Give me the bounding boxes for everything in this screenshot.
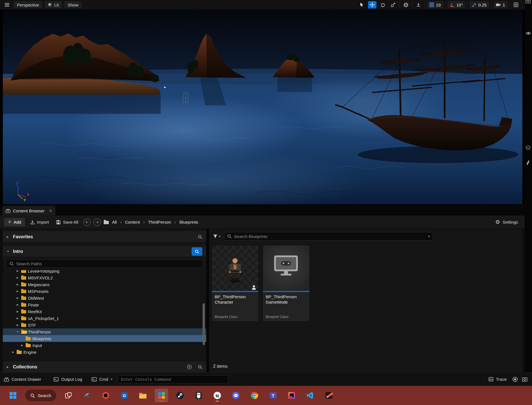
breadcrumb-content[interactable]: Content [125, 220, 141, 224]
expand-arrow-icon[interactable]: ▶ [16, 276, 19, 279]
tree-item-mspresets[interactable]: ▶ MSPresets [3, 288, 206, 295]
expand-arrow-icon[interactable]: ▶ [16, 283, 19, 286]
add-collection-icon[interactable] [187, 364, 192, 370]
tree-scrollbar[interactable] [203, 303, 205, 345]
insights-button[interactable] [512, 377, 518, 382]
grid-snap-control[interactable]: 10 [427, 1, 443, 8]
rotation-snap-control[interactable]: 10° [447, 1, 466, 8]
expand-arrow-icon[interactable]: ▶ [20, 344, 24, 347]
settings-button[interactable]: ⚙ Settings [495, 219, 521, 225]
scale-snap-control[interactable]: 0.25 [469, 1, 489, 8]
add-button[interactable]: + Add [4, 218, 25, 226]
favorites-search-icon[interactable] [198, 235, 202, 239]
discord-icon[interactable] [229, 389, 243, 402]
expand-arrow-icon[interactable]: ▶ [16, 290, 19, 293]
teams-icon[interactable]: T [266, 389, 280, 402]
tree-item-blueprints[interactable]: Blueprints [3, 335, 206, 342]
tree-item-megascans[interactable]: ▶ Megascans [3, 281, 206, 288]
favorites-header[interactable]: ▶ Favorites [3, 231, 206, 242]
outlook-icon[interactable]: O [118, 389, 131, 402]
expand-arrow-icon[interactable]: ▶ [16, 270, 19, 272]
collections-header[interactable]: ▶ Collections [3, 361, 206, 372]
console-command-input[interactable] [121, 377, 225, 382]
back-button[interactable] [83, 219, 91, 226]
chrome-icon[interactable] [248, 389, 261, 402]
collapse-arrow-icon[interactable]: ▼ [16, 330, 19, 333]
expand-arrow-icon[interactable]: ▶ [7, 235, 10, 238]
viewport-layout-button[interactable] [512, 1, 520, 8]
expand-arrow-icon[interactable]: ▶ [16, 303, 19, 306]
asset-bp-thirdpersongamemode[interactable]: BP_ThirdPerson GameMode Blueprint Class [263, 245, 309, 321]
move-tool-button[interactable] [368, 1, 376, 8]
save-all-button[interactable]: Save All [54, 218, 80, 226]
path-folder-icon[interactable] [104, 221, 109, 224]
jetbrains-icon[interactable] [285, 389, 298, 402]
scale-tool-button[interactable] [389, 1, 397, 8]
vscode-icon[interactable] [303, 389, 317, 402]
breadcrumb-all[interactable]: All [112, 220, 118, 224]
dolphin-app-icon[interactable] [80, 389, 94, 402]
trace-button[interactable]: Trace [489, 377, 507, 382]
cmd-selector-button[interactable]: Cmd ▾ [92, 377, 112, 382]
viewport-options-button[interactable] [3, 1, 11, 8]
taskbar-search[interactable]: Search [25, 389, 57, 402]
expand-arrow-icon[interactable]: ▶ [16, 324, 19, 326]
tree-item-pirate[interactable]: ▶ Pirate [3, 301, 206, 308]
grid-panel-icon[interactable] [526, 0, 531, 3]
tree-item-thirdperson[interactable]: ▼ ThirdPerson [3, 328, 206, 335]
select-tool-button[interactable] [358, 1, 366, 8]
steam-icon[interactable] [173, 389, 187, 402]
path-search-toggle-button[interactable] [192, 247, 202, 256]
asset-bp-thirdpersoncharacter[interactable]: BP_ThirdPerson Character Blueprint Class [212, 245, 258, 321]
epic-games-icon[interactable]: EPIC [192, 389, 205, 402]
expand-arrow-icon[interactable]: ▶ [16, 317, 19, 320]
expand-arrow-icon[interactable]: ▶ [16, 310, 19, 313]
show-menu-button[interactable]: Show [64, 1, 82, 8]
expand-arrow-icon[interactable]: ▶ [11, 351, 15, 353]
file-explorer-icon[interactable] [136, 389, 150, 402]
layers-panel-icon[interactable] [526, 145, 531, 150]
project-header[interactable]: ▼ Intro [3, 246, 206, 257]
camera-speed-control[interactable]: 1 [493, 1, 507, 8]
collapse-arrow-icon[interactable]: ▼ [7, 250, 10, 253]
eye-icon[interactable] [526, 31, 531, 35]
search-paths-input[interactable] [16, 261, 200, 266]
task-view-button[interactable] [62, 389, 75, 402]
content-browser-tab[interactable]: Content Browser × [2, 206, 56, 215]
tree-item-oldwest[interactable]: ▶ OldWest [3, 295, 206, 301]
rotate-tool-button[interactable] [378, 1, 387, 8]
brush-icon[interactable] [526, 160, 530, 165]
tree-item-levelprototyping[interactable]: ▶ LevelPrototyping [3, 270, 206, 274]
tree-item-stf[interactable]: ▶ STF [3, 322, 206, 328]
import-button[interactable]: Import [28, 218, 51, 226]
breadcrumb-blueprints[interactable]: Blueprints [179, 220, 199, 224]
tree-item-engine[interactable]: ▶ Engine [3, 349, 206, 355]
chevron-down-icon[interactable]: ▾ [428, 235, 430, 238]
breadcrumb-thirdperson[interactable]: ThirdPerson [148, 220, 172, 224]
output-log-button[interactable]: Output Log [54, 377, 82, 382]
close-tab-icon[interactable]: × [49, 208, 52, 213]
screenshot-button[interactable] [522, 377, 527, 382]
active-media-app-icon[interactable] [155, 389, 168, 402]
tree-item-reefkit[interactable]: ▶ ReefKit [3, 308, 206, 315]
perspective-button[interactable]: Perspective [14, 1, 42, 8]
collections-search-icon[interactable] [198, 365, 202, 369]
tree-item-sa-pickupset-1[interactable]: ▶ sA_PickupSet_1 [3, 315, 206, 322]
start-button[interactable] [6, 389, 20, 402]
tree-item-m5vfxvol2[interactable]: ▶ M5VFXVOL2 [3, 274, 206, 281]
surface-snapping-button[interactable] [414, 1, 423, 8]
expand-arrow-icon[interactable]: ▶ [16, 297, 19, 299]
tree-item-input[interactable]: ▶ Input [3, 342, 206, 349]
expand-arrow-icon[interactable]: ▶ [7, 366, 10, 368]
world-local-toggle-button[interactable] [402, 1, 410, 8]
unreal-engine-icon[interactable]: u [210, 389, 224, 402]
ide-dark-icon[interactable] [322, 389, 336, 402]
lit-mode-button[interactable]: Lit [45, 1, 62, 8]
panel-divider[interactable] [206, 229, 209, 372]
browser-ring-icon[interactable] [99, 389, 112, 402]
search-assets-input[interactable] [234, 234, 426, 239]
content-drawer-button[interactable]: Content Drawer [4, 377, 41, 382]
viewport-3d[interactable]: Z X Y [3, 10, 522, 204]
forward-button[interactable] [94, 219, 101, 226]
filter-button[interactable]: ▾ [213, 234, 221, 238]
